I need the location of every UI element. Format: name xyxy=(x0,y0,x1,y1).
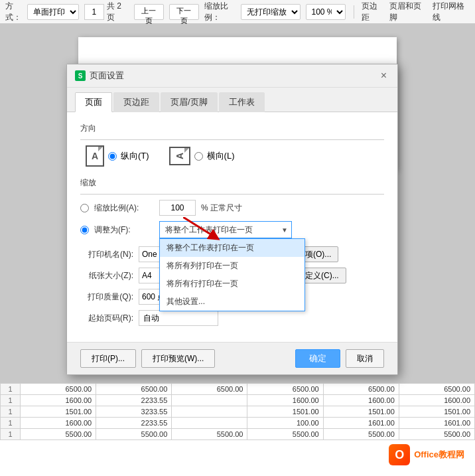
print-mode-group: 方式： 单面打印 xyxy=(5,1,79,23)
adjust-select[interactable]: 将整个工作表打印在一页 xyxy=(159,221,292,238)
header-footer-btn[interactable]: 页眉和页脚 xyxy=(389,1,427,23)
dialog-titlebar: S 页面设置 × xyxy=(67,64,397,88)
page-nav-group: 共 2 页 xyxy=(84,1,129,23)
print-quality-label: 打印质量(Q): xyxy=(80,291,133,303)
landscape-label: 横向(L) xyxy=(207,150,235,162)
dropdown-item-other[interactable]: 其他设置... xyxy=(160,293,305,311)
footer-left-buttons: 打印(P)... 打印预览(W)... xyxy=(80,349,215,368)
tab-page[interactable]: 页面 xyxy=(75,92,112,112)
dialog-title: 页面设置 xyxy=(90,70,124,82)
page-current-input[interactable] xyxy=(84,4,104,20)
tab-worksheet[interactable]: 工作表 xyxy=(219,92,265,112)
dialog-close-button[interactable]: × xyxy=(378,70,389,81)
landscape-radio[interactable] xyxy=(194,152,203,161)
main-area: 16500.006500.006500.006500.006500.006500… xyxy=(0,24,475,476)
dialog-footer: 打印(P)... 打印预览(W)... 确定 取消 xyxy=(67,342,397,374)
portrait-option[interactable]: A 纵向(T) xyxy=(86,145,149,167)
scale-percent-select[interactable]: 100 % xyxy=(306,4,346,20)
scale-section: 缩放比例(A): % 正常尺寸 调整为(F): 将整个工作表打印在一页 xyxy=(80,200,384,238)
adjust-to-row: 调整为(F): 将整个工作表打印在一页 ▼ 将整个工作表打印在一页 将所有列打印… xyxy=(80,221,384,238)
orientation-divider xyxy=(80,139,384,140)
scale-divider xyxy=(80,194,384,195)
dropdown-item-fit-sheet[interactable]: 将整个工作表打印在一页 xyxy=(160,239,305,257)
page-margin-btn[interactable]: 页边距 xyxy=(362,1,384,23)
scale-percent-radio[interactable] xyxy=(80,204,89,212)
tab-margin[interactable]: 页边距 xyxy=(113,92,159,112)
scale-section-label: 缩放 xyxy=(80,177,384,189)
scale-percent-label: 缩放比例(A): xyxy=(94,202,154,214)
toolbar: 方式： 单面打印 共 2 页 上一页 下一页 缩放比例： 无打印缩放 100 %… xyxy=(0,0,475,24)
scale-label: 缩放比例： xyxy=(204,1,238,23)
page-setup-dialog: S 页面设置 × 页面 页边距 页眉/页脚 工作表 xyxy=(66,64,398,375)
svg-line-1 xyxy=(183,217,215,237)
print-mode-select[interactable]: 单面打印 xyxy=(27,4,79,20)
adjust-to-radio[interactable] xyxy=(80,226,89,234)
confirm-button[interactable]: 确定 xyxy=(295,349,340,368)
cancel-button[interactable]: 取消 xyxy=(346,349,384,368)
portrait-radio[interactable] xyxy=(108,152,117,161)
start-page-input[interactable] xyxy=(139,310,218,326)
footer-right-buttons: 确定 取消 xyxy=(295,349,384,368)
red-arrow-indicator xyxy=(183,217,223,246)
adjust-to-label: 调整为(F): xyxy=(94,224,154,236)
prev-page-button[interactable]: 上一页 xyxy=(134,4,164,20)
scale-group: 缩放比例： 无打印缩放 xyxy=(204,1,301,23)
scale-percent-input[interactable] xyxy=(159,200,196,216)
dropdown-item-fit-cols[interactable]: 将所有列打印在一页 xyxy=(160,257,305,275)
scale-percent-group: 100 % xyxy=(306,4,346,20)
dialog-titlebar-left: S 页面设置 xyxy=(75,70,124,82)
orientation-row: A 纵向(T) A 横向(L) xyxy=(86,145,384,167)
adjust-dropdown-popup: 将整个工作表打印在一页 将所有列打印在一页 将所有行打印在一页 其他设置... xyxy=(159,238,305,311)
dialog-overlay: S 页面设置 × 页面 页边距 页眉/页脚 工作表 xyxy=(0,24,475,476)
landscape-option[interactable]: A 横向(L) xyxy=(169,147,235,165)
dialog-tabs: 页面 页边距 页眉/页脚 工作表 xyxy=(67,88,397,112)
tab-header-footer[interactable]: 页眉/页脚 xyxy=(161,92,218,112)
landscape-icon: A xyxy=(169,147,190,165)
scale-select[interactable]: 无打印缩放 xyxy=(241,4,301,20)
print-mode-label: 方式： xyxy=(5,1,25,23)
dropdown-item-fit-rows[interactable]: 将所有行打印在一页 xyxy=(160,275,305,293)
paper-size-label: 纸张大小(Z): xyxy=(80,270,133,281)
portrait-label: 纵向(T) xyxy=(121,150,149,162)
print-preview-button[interactable]: 打印预览(W)... xyxy=(141,349,215,368)
scale-percent-unit: % 正常尺寸 xyxy=(201,202,242,214)
dialog-body: 方向 A 纵向(T) A xyxy=(67,112,397,342)
scale-percent-row: 缩放比例(A): % 正常尺寸 xyxy=(80,200,384,216)
dialog-app-icon: S xyxy=(75,70,86,81)
adjust-select-wrap: 将整个工作表打印在一页 ▼ 将整个工作表打印在一页 将所有列打印在一页 将所有行… xyxy=(159,221,292,238)
portrait-icon: A xyxy=(86,145,104,167)
orientation-section-label: 方向 xyxy=(80,123,384,134)
start-page-row: 起始页码(R): xyxy=(80,310,384,326)
printer-label: 打印机名(N): xyxy=(80,249,133,260)
toolbar-divider-1 xyxy=(354,5,354,19)
start-page-label: 起始页码(R): xyxy=(80,313,133,324)
print-grid-label: 打印网格线 xyxy=(433,1,470,23)
print-button[interactable]: 打印(P)... xyxy=(80,349,136,368)
next-page-button[interactable]: 下一页 xyxy=(169,4,199,20)
page-total-label: 共 2 页 xyxy=(107,1,129,23)
